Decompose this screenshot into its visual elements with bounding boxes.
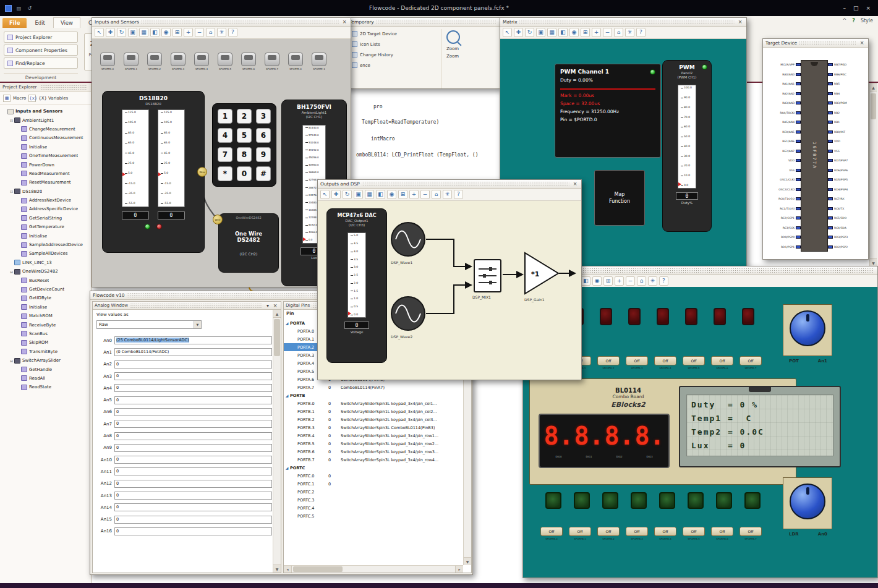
analog-value-input[interactable]: (0 ComboBL0114/PotADC)	[114, 348, 272, 356]
port-switch[interactable]	[124, 53, 139, 66]
keypad-key-8[interactable]: 8	[237, 147, 252, 162]
add-component-icon[interactable]: ⊞	[581, 28, 590, 37]
tree-item[interactable]: TransmitByte	[0, 347, 91, 356]
analog-value-input[interactable]: 0	[114, 527, 272, 535]
tab-view[interactable]: View	[53, 17, 80, 28]
main-vertical-scrollbar[interactable]: ▲ ▼	[869, 83, 877, 267]
tree-item[interactable]: AddressNextDevice	[0, 196, 91, 205]
configure-icon[interactable]: ✳	[217, 28, 226, 37]
pot-knob[interactable]	[790, 310, 825, 346]
wire-connector[interactable]: Wire	[213, 215, 223, 224]
add-component-icon[interactable]: ⊞	[173, 28, 182, 37]
keypad-key-6[interactable]: 6	[256, 128, 271, 143]
tree-item[interactable]: ReadMeasurement	[0, 169, 91, 178]
analog-value-input[interactable]: 0	[114, 432, 272, 440]
map-function-block[interactable]: Map Function	[594, 170, 645, 226]
rotate-icon[interactable]: ↻	[525, 28, 534, 37]
tree-item[interactable]: GetDeviceCount	[0, 285, 91, 294]
port-switch[interactable]	[312, 53, 326, 66]
zoom-in-button[interactable]: Zoom	[446, 46, 498, 51]
component-properties-button[interactable]: Component Properties	[4, 45, 78, 56]
digital-pin-row[interactable]: PORTB.10SwitchArraySliderSpin1L keypad_3…	[284, 407, 462, 415]
zoom-in-icon[interactable]: +	[184, 28, 193, 37]
keypad-key-1[interactable]: 1	[218, 109, 232, 124]
tree-item[interactable]: GetTemperature	[0, 223, 91, 231]
tree-item[interactable]: BusReset	[0, 276, 91, 284]
digital-hscrollbar[interactable]: ◂ ▸	[284, 565, 463, 573]
pan-icon[interactable]: ✚	[331, 190, 341, 199]
dsp-wave2-block[interactable]	[391, 296, 425, 331]
off-button[interactable]: Off	[683, 527, 705, 536]
keypad-key-9[interactable]: 9	[256, 147, 271, 162]
ldr-knob[interactable]	[790, 484, 825, 519]
grid-icon[interactable]: ▦	[547, 28, 556, 37]
help-icon[interactable]: ?	[852, 18, 855, 23]
tree-item[interactable]: GetSerialString	[0, 214, 91, 223]
tree-item[interactable]: ⊟OneWireDS2482	[0, 267, 91, 276]
off-button[interactable]: Off	[739, 356, 762, 365]
digital-pin-row[interactable]: PORTB.40SwitchArraySliderSpin3L keypad_3…	[284, 432, 462, 440]
target-chip[interactable]: 16F877A	[801, 60, 828, 252]
off-button[interactable]: Off	[739, 527, 762, 536]
tab-edit[interactable]: Edit	[28, 18, 51, 28]
style-menu[interactable]: Style	[861, 18, 873, 23]
tree-item[interactable]: MatchROM	[0, 312, 91, 320]
home-view-icon[interactable]: ⌂	[637, 276, 646, 286]
view-top-icon[interactable]: ◧	[150, 28, 160, 37]
maximize-button[interactable]: □	[853, 5, 859, 11]
camera-icon[interactable]: ◉	[592, 276, 602, 286]
grid-icon[interactable]: ▦	[365, 190, 374, 199]
green-button[interactable]	[659, 492, 675, 509]
pan-icon[interactable]: ✚	[514, 28, 523, 37]
dsp-mixer-block[interactable]	[474, 259, 501, 292]
tree-item[interactable]: ReadState	[0, 383, 91, 391]
off-button[interactable]: Off	[626, 356, 648, 365]
port-switch[interactable]	[100, 53, 115, 66]
digital-pin-row[interactable]: PORTC.2	[284, 488, 462, 496]
zoom-in-icon[interactable]: +	[615, 276, 624, 286]
digital-pin-row[interactable]: PORTB.50SwitchArraySliderSpin3L keypad_3…	[284, 440, 462, 448]
tree-item[interactable]: PowerDown	[0, 160, 91, 169]
wire-connector[interactable]: Wire	[197, 167, 207, 177]
digital-pin-row[interactable]: PORTC.3	[284, 496, 462, 504]
digital-pin-row[interactable]: PORTC.00	[284, 472, 462, 480]
port-switch[interactable]	[147, 53, 162, 66]
configure-icon[interactable]: ✳	[443, 190, 452, 199]
find-replace-button[interactable]: Find/Replace	[4, 58, 78, 69]
dsp-wave1-block[interactable]	[391, 222, 425, 257]
tree-item[interactable]: ReceiveByte	[0, 320, 91, 329]
digital-pin-row[interactable]: PORTC.4	[284, 504, 462, 512]
analog-value-input[interactable]: 0	[114, 408, 272, 416]
off-button[interactable]: Off	[654, 356, 676, 365]
port-switch[interactable]	[241, 53, 256, 66]
tree-item[interactable]: ChangeMeasurement	[0, 125, 91, 134]
digital-pin-row[interactable]: PORTC.10	[284, 480, 462, 488]
zoom-extents-icon[interactable]: ▣	[354, 190, 363, 199]
configure-icon[interactable]: ✳	[625, 28, 634, 37]
tree-item[interactable]: GetIDByte	[0, 294, 91, 302]
pan-icon[interactable]: ✚	[106, 28, 115, 37]
view-option[interactable]: ence	[352, 61, 397, 69]
port-switch[interactable]	[171, 53, 185, 66]
grid-icon[interactable]: ▦	[139, 28, 148, 37]
analog-scrollbar[interactable]: ▲ ▼	[273, 310, 281, 573]
zoom-out-icon[interactable]: −	[195, 28, 204, 37]
close-icon[interactable]: ×	[571, 181, 579, 187]
help-icon[interactable]: ?	[454, 190, 463, 199]
scroll-left-icon[interactable]: ◂	[284, 566, 292, 573]
green-button[interactable]	[545, 492, 561, 509]
tree-item[interactable]: LINK_LINC_13	[0, 258, 91, 267]
macros-icon[interactable]: ▦	[3, 95, 11, 102]
green-button[interactable]	[602, 492, 618, 509]
tree-item[interactable]: Inputs and Sensors	[0, 107, 91, 116]
close-icon[interactable]: ×	[858, 40, 866, 46]
view-top-icon[interactable]: ◧	[581, 276, 590, 286]
minimize-button[interactable]: –	[843, 5, 846, 11]
scroll-right-icon[interactable]: ▸	[455, 566, 463, 573]
analog-value-input[interactable]: 0	[114, 372, 272, 380]
dsp-gain-block[interactable]: *1	[524, 252, 561, 295]
scroll-up-icon[interactable]: ▲	[273, 310, 281, 318]
tree-item[interactable]: ContinuousMeasurement	[0, 134, 91, 142]
analog-value-input[interactable]: 0	[114, 503, 272, 511]
rotate-icon[interactable]: ↻	[343, 190, 352, 199]
